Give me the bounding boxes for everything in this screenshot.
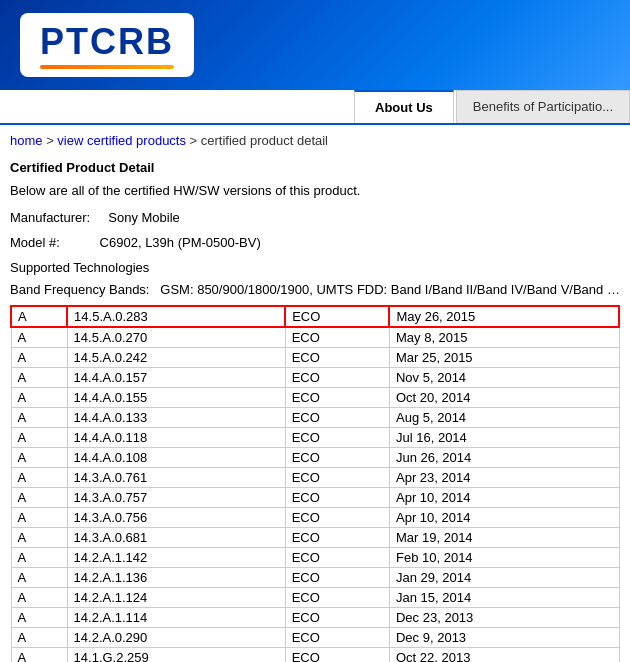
logo-box: PTCRB [20, 13, 194, 77]
table-row: A14.1.G.2.259ECOOct 22, 2013 [11, 648, 619, 662]
tab-benefits[interactable]: Benefits of Participatio... [456, 90, 630, 123]
description: Below are all of the certified HW/SW ver… [10, 183, 620, 198]
logo-underline [40, 65, 174, 69]
band-value: GSM: 850/900/1800/1900, UMTS FDD: Band I… [160, 282, 620, 297]
supported-label: Supported Technologies [10, 258, 620, 279]
content: Certified Product Detail Below are all o… [0, 156, 630, 662]
breadcrumb-certified[interactable]: view certified products [57, 133, 186, 148]
band-info: Band Frequency Bands: GSM: 850/900/1800/… [10, 282, 620, 297]
table-row: A14.4.A.0.133ECOAug 5, 2014 [11, 408, 619, 428]
table-row: A14.4.A.0.118ECOJul 16, 2014 [11, 428, 619, 448]
table-row: A14.3.A.0.756ECOApr 10, 2014 [11, 508, 619, 528]
model-label: Model #: [10, 235, 60, 250]
table-row: A14.3.A.0.681ECOMar 19, 2014 [11, 528, 619, 548]
table-row: A14.4.A.0.155ECOOct 20, 2014 [11, 388, 619, 408]
table-row: A14.4.A.0.108ECOJun 26, 2014 [11, 448, 619, 468]
table-row: A14.4.A.0.157ECONov 5, 2014 [11, 368, 619, 388]
table-row: A14.2.A.1.114ECODec 23, 2013 [11, 608, 619, 628]
table-row: A14.3.A.0.761ECOApr 23, 2014 [11, 468, 619, 488]
table-row: A14.5.A.0.270ECOMay 8, 2015 [11, 327, 619, 348]
breadcrumb-home[interactable]: home [10, 133, 43, 148]
manufacturer-label: Manufacturer: [10, 210, 90, 225]
nav-bar: About Us Benefits of Participatio... [0, 90, 630, 125]
model-info: Model #: C6902, L39h (PM-0500-BV) [10, 233, 620, 254]
model-value: C6902, L39h (PM-0500-BV) [100, 235, 261, 250]
logo-text: PTCRB [40, 21, 174, 63]
product-info: Manufacturer: Sony Mobile [10, 208, 620, 229]
cert-table: A14.5.A.0.283ECOMay 26, 2015A14.5.A.0.27… [10, 305, 620, 662]
table-row: A14.2.A.1.124ECOJan 15, 2014 [11, 588, 619, 608]
tab-about-us[interactable]: About Us [354, 90, 454, 123]
page-title: Certified Product Detail [10, 160, 620, 175]
manufacturer-value: Sony Mobile [108, 210, 180, 225]
breadcrumb: home > view certified products > certifi… [0, 125, 630, 156]
band-label: Band Frequency Bands: [10, 282, 149, 297]
breadcrumb-current: certified product detail [201, 133, 328, 148]
table-row: A14.5.A.0.283ECOMay 26, 2015 [11, 306, 619, 327]
table-row: A14.2.A.1.142ECOFeb 10, 2014 [11, 548, 619, 568]
table-row: A14.2.A.0.290ECODec 9, 2013 [11, 628, 619, 648]
table-row: A14.3.A.0.757ECOApr 10, 2014 [11, 488, 619, 508]
header: PTCRB [0, 0, 630, 90]
table-row: A14.2.A.1.136ECOJan 29, 2014 [11, 568, 619, 588]
table-row: A14.5.A.0.242ECOMar 25, 2015 [11, 348, 619, 368]
